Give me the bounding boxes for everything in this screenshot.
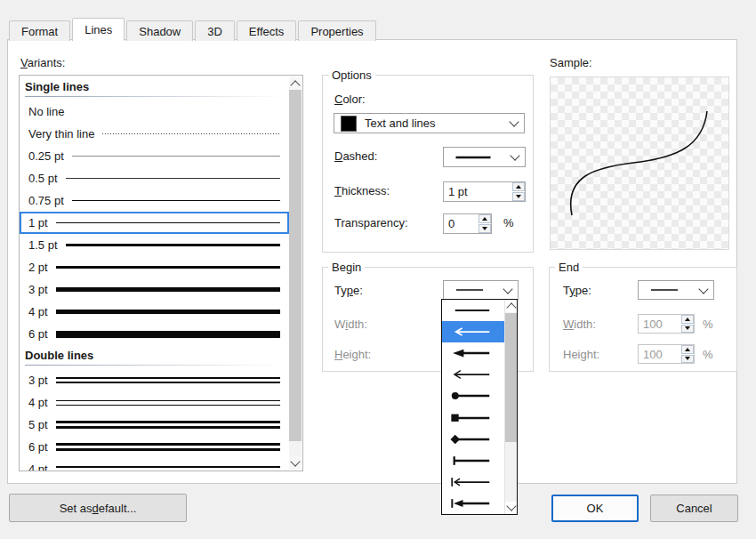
variant-row[interactable]: 6 pt bbox=[20, 436, 289, 458]
dashed-combobox[interactable] bbox=[443, 147, 526, 167]
variant-row[interactable]: No line bbox=[20, 101, 289, 123]
tab-bar: FormatLinesShadow3DEffectsProperties bbox=[9, 18, 378, 41]
variant-row[interactable]: 1.5 pt bbox=[20, 234, 289, 256]
variant-row[interactable]: 0.5 pt bbox=[20, 167, 289, 189]
spin-down-button bbox=[681, 325, 694, 334]
end-height-label: Height: bbox=[563, 348, 599, 361]
spinner-up-icon bbox=[685, 318, 690, 321]
variant-row[interactable]: 6 pt bbox=[20, 323, 289, 345]
arrow-style-option-filled-arrow[interactable] bbox=[442, 342, 504, 364]
set-default-button[interactable]: Set as default... bbox=[9, 494, 187, 522]
cancel-button[interactable]: Cancel bbox=[650, 495, 738, 522]
end-width-value: 100 bbox=[639, 315, 681, 333]
spinner-up-icon bbox=[482, 217, 487, 221]
dashed-line-preview bbox=[450, 150, 496, 165]
end-height-field: 100 bbox=[638, 344, 695, 364]
arrow-style-option-bar[interactable] bbox=[442, 450, 504, 471]
line-style-preview bbox=[56, 222, 280, 224]
spin-down-button[interactable] bbox=[512, 192, 525, 201]
line-style-preview bbox=[56, 287, 280, 292]
end-height-value: 100 bbox=[639, 345, 681, 363]
ok-button[interactable]: OK bbox=[551, 495, 639, 522]
variant-row[interactable]: 4 pt bbox=[20, 301, 289, 323]
arrow-style-option-bar-filled-arrow[interactable] bbox=[442, 493, 504, 514]
spin-down-button[interactable] bbox=[479, 224, 491, 233]
arrow-style-option-bar-open-arrow[interactable] bbox=[442, 471, 504, 493]
end-type-label: Type: bbox=[563, 284, 591, 297]
tab-shadow[interactable]: Shadow bbox=[126, 20, 193, 41]
begin-type-label: Type: bbox=[334, 284, 363, 297]
sample-label: Sample: bbox=[550, 56, 592, 69]
spin-up-button bbox=[681, 345, 694, 354]
line-style-preview bbox=[56, 266, 280, 269]
end-width-label: Width: bbox=[563, 318, 596, 331]
end-width-field: 100 bbox=[638, 314, 695, 334]
chevron-up-icon bbox=[506, 302, 516, 312]
variant-row[interactable]: 4 pt bbox=[20, 458, 289, 471]
variant-row[interactable]: 3 pt bbox=[20, 369, 289, 391]
variants-scrollbar[interactable] bbox=[289, 76, 302, 470]
line-style-preview bbox=[56, 377, 280, 383]
arrow-style-option-arrow[interactable] bbox=[442, 321, 504, 342]
thickness-label: Thickness: bbox=[334, 184, 390, 197]
sample-curve bbox=[551, 77, 728, 249]
thickness-field[interactable]: 1 pt bbox=[443, 181, 526, 202]
chevron-down-icon bbox=[290, 456, 300, 466]
end-group-title: End bbox=[555, 261, 583, 274]
chevron-down-icon bbox=[506, 501, 516, 511]
begin-height-label: Height: bbox=[334, 348, 371, 361]
arrow-style-option-square[interactable] bbox=[442, 406, 504, 428]
color-swatch bbox=[341, 116, 357, 132]
scrollbar-thumb[interactable] bbox=[505, 313, 517, 442]
line-style-preview bbox=[56, 466, 280, 471]
spin-up-button[interactable] bbox=[512, 182, 525, 191]
variants-label: Variants: bbox=[20, 56, 65, 69]
tab-format[interactable]: Format bbox=[9, 20, 70, 41]
spinner-up-icon bbox=[516, 185, 521, 189]
options-group-title: Options bbox=[328, 68, 375, 82]
variant-row[interactable]: 5 pt bbox=[20, 414, 289, 436]
chevron-down-icon bbox=[503, 284, 512, 294]
variant-row[interactable]: 0.25 pt bbox=[20, 145, 289, 167]
dropdown-scrollbar[interactable] bbox=[504, 300, 517, 514]
variant-row[interactable]: 2 pt bbox=[20, 256, 289, 278]
arrow-style-options bbox=[442, 300, 504, 514]
scroll-down-button[interactable] bbox=[289, 456, 302, 470]
options-group: Options Color: Text and lines Dashed: Th… bbox=[322, 75, 534, 253]
chevron-down-icon bbox=[698, 284, 708, 294]
spinner-down-icon bbox=[482, 227, 487, 230]
arrow-style-option-open-arrow[interactable] bbox=[442, 364, 504, 385]
scroll-up-button[interactable] bbox=[505, 300, 517, 312]
scroll-up-button[interactable] bbox=[289, 76, 302, 90]
begin-group-title: Begin bbox=[328, 261, 365, 274]
scrollbar-thumb[interactable] bbox=[289, 90, 302, 441]
spinner-down-icon bbox=[685, 326, 690, 330]
arrow-style-option-plain-line[interactable] bbox=[442, 300, 504, 321]
line-style-preview bbox=[66, 244, 280, 245]
variant-row[interactable]: 0.75 pt bbox=[20, 189, 289, 212]
arrow-style-option-diamond[interactable] bbox=[442, 429, 504, 450]
spin-up-button bbox=[681, 315, 694, 324]
transparency-field[interactable]: 0 bbox=[443, 213, 492, 234]
variant-row[interactable]: 3 pt bbox=[20, 278, 289, 301]
tab-lines[interactable]: Lines bbox=[72, 18, 125, 41]
begin-type-combobox[interactable] bbox=[443, 280, 519, 300]
tab-properties[interactable]: Properties bbox=[298, 20, 375, 41]
tab-effects[interactable]: Effects bbox=[237, 20, 297, 41]
tab-3d[interactable]: 3D bbox=[195, 20, 235, 41]
transparency-label: Transparency: bbox=[334, 216, 408, 229]
end-type-combobox[interactable] bbox=[638, 280, 714, 300]
begin-type-preview bbox=[450, 283, 489, 297]
end-group: End Type: Width: 100 % Height: 100 % bbox=[549, 267, 737, 372]
end-height-unit: % bbox=[703, 348, 713, 361]
line-style-preview bbox=[56, 400, 280, 406]
spinner-down-icon bbox=[516, 195, 521, 198]
color-combobox[interactable]: Text and lines bbox=[334, 113, 525, 133]
variants-list[interactable]: Single linesNo lineVery thin line0.25 pt… bbox=[19, 75, 303, 471]
scroll-down-button[interactable] bbox=[505, 502, 517, 514]
variant-row[interactable]: 4 pt bbox=[20, 391, 289, 414]
variant-row[interactable]: 1 pt bbox=[20, 212, 289, 234]
arrow-style-option-circle[interactable] bbox=[442, 385, 504, 406]
spin-up-button[interactable] bbox=[479, 214, 491, 223]
variant-row[interactable]: Very thin line bbox=[20, 123, 289, 145]
